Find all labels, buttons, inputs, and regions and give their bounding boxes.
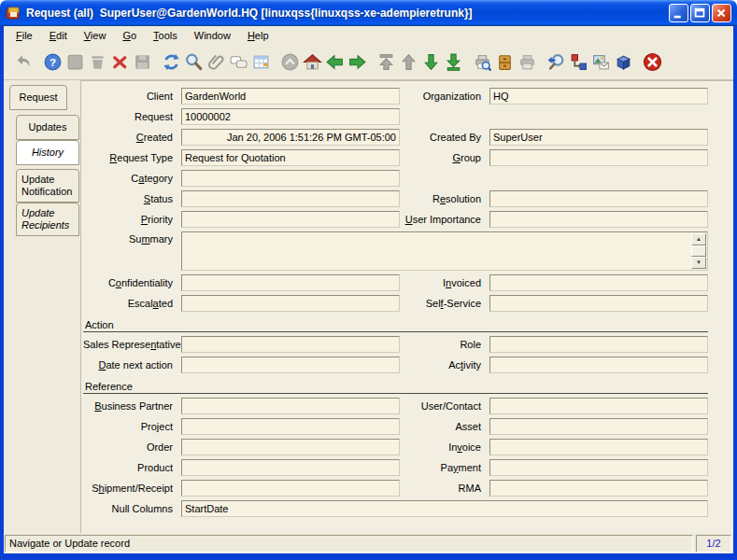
asset-field[interactable]	[489, 418, 708, 435]
parent-record-icon	[280, 52, 300, 72]
asset-label: Asset	[404, 421, 485, 432]
status-label: Status	[83, 193, 177, 204]
app-icon[interactable]	[6, 6, 21, 21]
undo-button[interactable]	[12, 51, 35, 74]
attachment-button[interactable]	[205, 51, 227, 74]
null-columns-field[interactable]: StartDate	[181, 500, 708, 517]
status-bar: Navigate or Update record 1/2	[4, 533, 733, 553]
category-label: Category	[83, 173, 177, 184]
help-button[interactable]: ?	[41, 51, 64, 74]
maximize-button[interactable]	[690, 4, 710, 22]
organization-field[interactable]: HQ	[489, 88, 708, 105]
delete-record-icon	[88, 52, 107, 72]
home-icon	[303, 52, 322, 72]
scroll-down-icon[interactable]: ▼	[691, 257, 706, 269]
menubar: File Edit View Go Tools Window Help	[4, 26, 733, 45]
confidentiality-field[interactable]	[181, 274, 400, 291]
delete-selection-button[interactable]	[108, 51, 131, 74]
last-record-button[interactable]	[442, 51, 464, 74]
chat-button[interactable]	[227, 51, 249, 74]
group-field[interactable]	[489, 149, 708, 166]
menu-file[interactable]: File	[7, 28, 41, 43]
sales-representative-field[interactable]	[181, 336, 400, 353]
business-partner-field[interactable]	[181, 398, 400, 414]
user-importance-field[interactable]	[489, 211, 708, 228]
order-field[interactable]	[181, 439, 400, 455]
menu-edit[interactable]: Edit	[41, 28, 76, 43]
date-next-action-field[interactable]	[181, 357, 400, 373]
print-icon	[517, 52, 537, 72]
created-field[interactable]: Jan 20, 2006 1:51:26 PM GMT-05:00	[181, 129, 400, 146]
titlebar[interactable]: Request (all) SuperUser@GardenWorld.HQ […	[0, 0, 737, 26]
summary-field[interactable]: ▲ ▼	[181, 231, 708, 271]
zoom-across-button[interactable]	[545, 51, 567, 74]
window-frame: File Edit View Go Tools Window Help ?	[0, 26, 737, 560]
user-contact-field[interactable]	[489, 398, 708, 414]
find-button[interactable]	[182, 51, 205, 74]
tab-updates[interactable]: Updates	[16, 115, 79, 140]
back-button[interactable]	[323, 51, 346, 74]
first-record-button[interactable]	[375, 51, 397, 74]
tab-update-notification[interactable]: Update Notification	[16, 169, 79, 203]
status-field[interactable]	[181, 190, 400, 207]
menu-tools[interactable]: Tools	[145, 28, 186, 43]
client-field[interactable]: GardenWorld	[181, 88, 400, 105]
check-requests-button[interactable]	[589, 51, 612, 74]
shipment-receipt-field[interactable]	[181, 480, 400, 497]
category-field[interactable]	[181, 170, 400, 187]
save-icon	[133, 52, 152, 72]
menu-window[interactable]: Window	[186, 28, 239, 43]
user-importance-label: User Importance	[404, 214, 485, 225]
refresh-button[interactable]	[160, 51, 182, 74]
close-button[interactable]	[712, 4, 731, 22]
new-record-button	[64, 51, 86, 74]
escalated-field[interactable]	[181, 295, 400, 312]
product-info-icon	[614, 52, 633, 72]
find-icon	[184, 52, 204, 72]
exit-button[interactable]	[641, 51, 663, 74]
scroll-up-icon[interactable]: ▲	[691, 233, 706, 245]
parent-record-button	[278, 51, 301, 74]
tab-request[interactable]: Request	[9, 85, 67, 110]
request-type-field[interactable]: Request for Quotation	[181, 149, 400, 166]
menu-help[interactable]: Help	[239, 28, 277, 43]
user-contact-label: User/Contact	[404, 400, 485, 412]
form-panel: Client GardenWorld Organization HQ Reque…	[80, 80, 733, 533]
priority-field[interactable]	[181, 211, 400, 228]
project-field[interactable]	[181, 418, 400, 435]
rma-field[interactable]	[489, 480, 708, 497]
next-record-button[interactable]	[419, 51, 442, 74]
invoiced-label: Invoiced	[404, 277, 485, 288]
self-service-field[interactable]	[489, 295, 708, 312]
self-service-label: Self-Service	[404, 298, 485, 309]
new-record-icon	[65, 52, 85, 72]
tab-update-recipients[interactable]: Update Recipients	[16, 203, 79, 236]
grid-toggle-button[interactable]	[249, 51, 272, 74]
archive-button[interactable]	[493, 51, 516, 74]
menu-view[interactable]: View	[76, 28, 115, 43]
payment-field[interactable]	[489, 459, 708, 476]
menu-go[interactable]: Go	[114, 28, 145, 43]
payment-label: Payment	[404, 462, 485, 473]
resolution-field[interactable]	[489, 190, 708, 207]
print-preview-button[interactable]	[471, 51, 493, 74]
product-info-button[interactable]	[612, 51, 634, 74]
role-label: Role	[404, 339, 485, 350]
activity-field[interactable]	[489, 357, 708, 373]
product-field[interactable]	[181, 459, 400, 476]
request-form: Client GardenWorld Organization HQ Reque…	[81, 81, 733, 517]
invoice-field[interactable]	[489, 439, 708, 455]
summary-scrollbar[interactable]: ▲ ▼	[691, 233, 706, 269]
previous-record-button[interactable]	[397, 51, 419, 74]
first-record-icon	[376, 52, 396, 72]
forward-button[interactable]	[346, 51, 368, 74]
created-by-field[interactable]: SuperUser	[489, 129, 708, 146]
request-field[interactable]: 10000002	[181, 108, 400, 125]
minimize-button[interactable]	[669, 4, 688, 22]
scroll-thumb[interactable]	[691, 245, 706, 257]
role-field[interactable]	[489, 336, 708, 353]
tab-history[interactable]: History	[16, 140, 79, 165]
home-button[interactable]	[301, 51, 323, 74]
workflow-button[interactable]	[567, 51, 589, 74]
invoiced-field[interactable]	[489, 274, 708, 291]
